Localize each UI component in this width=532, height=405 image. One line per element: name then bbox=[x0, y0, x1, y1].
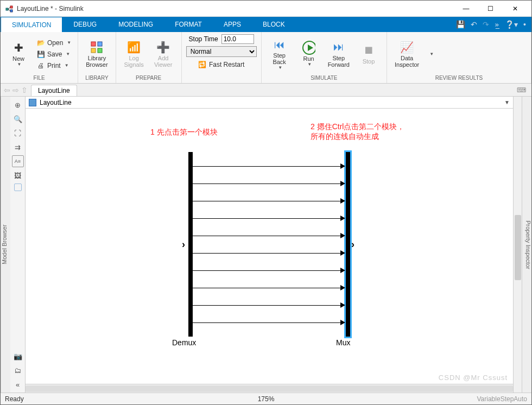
breadcrumb-bar: LayoutLine ▼ bbox=[26, 97, 513, 109]
keyboard-icon[interactable]: ⌨ bbox=[511, 84, 531, 96]
help-icon[interactable]: ❔▾ bbox=[505, 20, 518, 29]
status-bar: Ready 175% VariableStepAuto bbox=[1, 393, 531, 404]
signal-line[interactable] bbox=[193, 236, 345, 236]
watermark: CSDN @Mr Cssust bbox=[439, 374, 508, 382]
image-icon[interactable]: 🖼 bbox=[12, 169, 24, 181]
tab-apps[interactable]: APPS bbox=[213, 17, 252, 32]
breadcrumb[interactable]: LayoutLine bbox=[40, 99, 72, 106]
view-dropdown-icon[interactable]: ▼ bbox=[504, 99, 510, 105]
signal-line[interactable] bbox=[193, 183, 345, 184]
arrow-icon bbox=[340, 233, 345, 238]
redo-icon[interactable]: ↷ bbox=[483, 20, 489, 29]
tab-block[interactable]: BLOCK bbox=[252, 17, 296, 32]
simmode-select[interactable]: Normal bbox=[186, 46, 257, 57]
window-controls: — ☐ ✕ bbox=[454, 1, 527, 16]
model-explorer-icon[interactable]: 🗂 bbox=[12, 364, 24, 376]
group-prepare: 📶 Log Signals ➕ Add Viewer PREPARE bbox=[116, 32, 182, 83]
hide-browser-icon[interactable]: ⊕ bbox=[12, 99, 24, 111]
nav-back-icon[interactable]: ⇦ bbox=[4, 86, 10, 94]
run-button[interactable]: Run▼ bbox=[295, 35, 322, 74]
step-forward-button[interactable]: ⏭Step Forward bbox=[325, 35, 353, 74]
tab-format[interactable]: FORMAT bbox=[164, 17, 213, 32]
signal-line[interactable] bbox=[193, 288, 345, 288]
arrow-icon bbox=[340, 320, 345, 325]
sample-time-icon[interactable]: ⇉ bbox=[12, 141, 24, 153]
status-solver[interactable]: VariableStepAuto bbox=[353, 395, 527, 403]
signal-line[interactable] bbox=[193, 305, 345, 306]
save-icon: 💾 bbox=[36, 50, 45, 59]
signal-line[interactable] bbox=[193, 166, 345, 167]
signal-line[interactable] bbox=[193, 253, 345, 254]
horizontal-scrollbar[interactable] bbox=[26, 384, 513, 393]
annotation-icon[interactable]: A≡ bbox=[12, 155, 24, 167]
signal-line[interactable] bbox=[193, 218, 345, 219]
fast-restart-button[interactable]: 🔁Fast Restart bbox=[196, 59, 246, 70]
open-button[interactable]: 📂Open▼ bbox=[34, 37, 73, 48]
property-inspector-panel[interactable]: Property Inspector bbox=[522, 97, 531, 393]
stoptime-input[interactable] bbox=[221, 34, 254, 44]
demux-block[interactable] bbox=[188, 152, 193, 337]
arrow-icon bbox=[340, 198, 345, 204]
model-tab[interactable]: LayoutLine bbox=[31, 85, 77, 96]
close-button[interactable]: ✕ bbox=[503, 1, 527, 16]
fit-icon[interactable]: ⛶ bbox=[12, 127, 24, 139]
nav-up-icon[interactable]: ⇧ bbox=[21, 86, 28, 94]
collapse-icon[interactable]: « bbox=[12, 378, 24, 390]
open-icon: 📂 bbox=[36, 39, 45, 47]
svg-line-4 bbox=[8, 9, 10, 11]
library-browser-button[interactable]: Library Browser bbox=[83, 35, 111, 74]
zoom-icon[interactable]: 🔍 bbox=[12, 113, 24, 125]
area-icon[interactable] bbox=[14, 183, 22, 191]
save-quick-icon[interactable]: 💾 bbox=[456, 20, 465, 29]
title-bar: LayoutLine * - Simulink — ☐ ✕ bbox=[1, 1, 531, 17]
log-signals-button: 📶 Log Signals bbox=[121, 35, 148, 74]
signal-line[interactable] bbox=[193, 201, 345, 201]
arrow-icon bbox=[340, 216, 345, 221]
arrow-icon bbox=[340, 268, 345, 273]
new-button[interactable]: ✚ New▼ bbox=[5, 35, 32, 74]
model-tab-bar: ⇦ ⇨ ⇧ LayoutLine ⌨ bbox=[1, 84, 531, 97]
svg-rect-7 bbox=[91, 48, 96, 53]
minimize-button[interactable]: — bbox=[454, 1, 478, 16]
tab-modeling[interactable]: MODELING bbox=[107, 17, 164, 32]
group-label: LIBRARY bbox=[83, 74, 111, 81]
fast-restart-icon: 🔁 bbox=[198, 60, 207, 69]
toolstrip-tabs: SIMULATION DEBUG MODELING FORMAT APPS BL… bbox=[1, 17, 531, 32]
print-button[interactable]: 🖨Print▼ bbox=[34, 60, 73, 71]
step-back-button[interactable]: ⏮Step Back▼ bbox=[266, 35, 293, 74]
window-title: LayoutLine * - Simulink bbox=[17, 5, 454, 12]
canvas[interactable]: 1 先点击第一个模块 2 摁住Ctrl点击第二个模块， 所有的连线自动生成 › … bbox=[26, 109, 513, 384]
nav-history: ⇦ ⇨ ⇧ bbox=[1, 84, 31, 96]
model-browser-panel[interactable]: Model Browser bbox=[1, 97, 10, 393]
nav-fwd-icon[interactable]: ⇨ bbox=[12, 86, 19, 94]
annotation-1: 1 先点击第一个模块 bbox=[150, 128, 218, 137]
group-label: PREPARE bbox=[121, 74, 177, 81]
tab-simulation[interactable]: SIMULATION bbox=[1, 17, 62, 32]
add-viewer-button: ➕ Add Viewer bbox=[150, 35, 177, 74]
signal-line[interactable] bbox=[193, 270, 345, 271]
svg-rect-6 bbox=[98, 42, 102, 46]
demux-input-port[interactable]: › bbox=[182, 239, 185, 250]
svg-rect-2 bbox=[10, 10, 12, 12]
mux-block[interactable] bbox=[346, 152, 350, 337]
undo-icon[interactable]: ↶ bbox=[471, 20, 477, 29]
print-icon: 🖨 bbox=[36, 61, 45, 70]
screenshot-icon[interactable]: 📷 bbox=[12, 350, 24, 362]
expand-icon[interactable]: »̲ bbox=[495, 20, 499, 29]
canvas-wrap: LayoutLine ▼ 1 先点击第一个模块 2 摁住Ctrl点击第二个模块，… bbox=[26, 97, 513, 393]
review-expand-button[interactable]: ▼ bbox=[425, 35, 437, 74]
svg-rect-0 bbox=[6, 8, 8, 10]
tab-debug[interactable]: DEBUG bbox=[62, 17, 107, 32]
maximize-button[interactable]: ☐ bbox=[478, 1, 503, 16]
group-simulate: ⏮Step Back▼ Run▼ ⏭Step Forward ⏹Stop SIM… bbox=[262, 32, 387, 83]
vertical-scrollbar[interactable] bbox=[513, 97, 522, 393]
library-icon bbox=[90, 41, 103, 54]
data-inspector-button[interactable]: 📈Data Inspector bbox=[391, 35, 422, 74]
status-zoom[interactable]: 175% bbox=[179, 395, 353, 403]
mux-output-port[interactable]: › bbox=[351, 239, 354, 250]
save-button[interactable]: 💾Save▼ bbox=[34, 49, 73, 60]
signal-line[interactable] bbox=[193, 322, 345, 323]
group-label: SIMULATE bbox=[266, 74, 382, 81]
model-icon bbox=[29, 99, 36, 106]
options-icon[interactable]: • bbox=[523, 20, 526, 29]
